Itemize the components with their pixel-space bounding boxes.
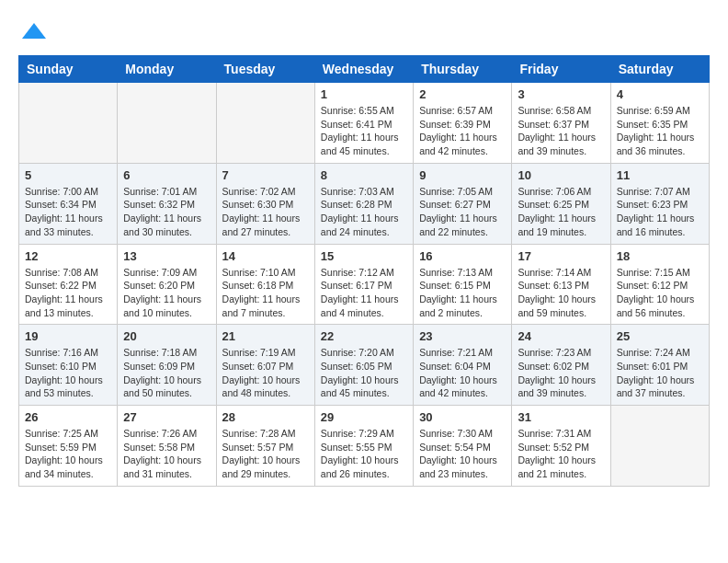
day-number: 10 [518,168,604,182]
calendar-cell: 16Sunrise: 7:13 AMSunset: 6:15 PMDayligh… [414,244,512,325]
calendar-cell: 10Sunrise: 7:06 AMSunset: 6:25 PMDayligh… [512,163,610,244]
calendar-cell: 14Sunrise: 7:10 AMSunset: 6:18 PMDayligh… [216,244,314,325]
day-number: 20 [123,329,210,343]
day-number: 12 [25,249,111,263]
day-info: Sunrise: 7:01 AMSunset: 6:32 PMDaylight:… [123,185,210,239]
day-number: 26 [25,410,111,424]
day-number: 7 [222,168,309,182]
day-info: Sunrise: 7:06 AMSunset: 6:25 PMDaylight:… [518,185,604,239]
weekday-header-saturday: Saturday [610,56,709,83]
calendar-cell: 26Sunrise: 7:25 AMSunset: 5:59 PMDayligh… [19,406,118,487]
day-info: Sunrise: 7:05 AMSunset: 6:27 PMDaylight:… [419,185,506,239]
calendar-cell: 21Sunrise: 7:19 AMSunset: 6:07 PMDayligh… [216,325,314,406]
calendar-cell: 29Sunrise: 7:29 AMSunset: 5:55 PMDayligh… [314,406,413,487]
day-number: 28 [222,410,309,424]
calendar-cell: 31Sunrise: 7:31 AMSunset: 5:52 PMDayligh… [512,406,610,487]
day-number: 22 [321,329,407,343]
day-info: Sunrise: 7:14 AMSunset: 6:13 PMDaylight:… [518,266,604,320]
calendar-cell: 25Sunrise: 7:24 AMSunset: 6:01 PMDayligh… [610,325,709,406]
day-number: 17 [518,249,604,263]
calendar-cell: 7Sunrise: 7:02 AMSunset: 6:30 PMDaylight… [216,163,314,244]
day-number: 19 [25,329,111,343]
logo [18,18,48,46]
calendar-cell: 30Sunrise: 7:30 AMSunset: 5:54 PMDayligh… [414,406,512,487]
day-number: 3 [518,87,604,101]
day-info: Sunrise: 7:20 AMSunset: 6:05 PMDaylight:… [321,346,407,400]
calendar-cell: 15Sunrise: 7:12 AMSunset: 6:17 PMDayligh… [314,244,413,325]
calendar-cell [19,83,118,164]
day-info: Sunrise: 7:10 AMSunset: 6:18 PMDaylight:… [222,266,309,320]
calendar-cell: 8Sunrise: 7:03 AMSunset: 6:28 PMDaylight… [314,163,413,244]
day-info: Sunrise: 7:23 AMSunset: 6:02 PMDaylight:… [518,346,604,400]
svg-marker-0 [22,23,46,39]
day-info: Sunrise: 7:12 AMSunset: 6:17 PMDaylight:… [321,266,407,320]
calendar-cell: 23Sunrise: 7:21 AMSunset: 6:04 PMDayligh… [414,325,512,406]
calendar-cell: 5Sunrise: 7:00 AMSunset: 6:34 PMDaylight… [19,163,118,244]
day-number: 13 [123,249,210,263]
logo-icon [20,18,48,46]
day-info: Sunrise: 7:28 AMSunset: 5:57 PMDaylight:… [222,427,309,481]
week-row-4: 19Sunrise: 7:16 AMSunset: 6:10 PMDayligh… [19,325,710,406]
day-info: Sunrise: 7:02 AMSunset: 6:30 PMDaylight:… [222,185,309,239]
weekday-header-wednesday: Wednesday [314,56,413,83]
day-info: Sunrise: 7:21 AMSunset: 6:04 PMDaylight:… [419,346,506,400]
calendar-cell: 6Sunrise: 7:01 AMSunset: 6:32 PMDaylight… [118,163,216,244]
calendar-cell: 4Sunrise: 6:59 AMSunset: 6:35 PMDaylight… [610,83,709,164]
calendar-cell: 13Sunrise: 7:09 AMSunset: 6:20 PMDayligh… [118,244,216,325]
calendar-cell: 20Sunrise: 7:18 AMSunset: 6:09 PMDayligh… [118,325,216,406]
day-number: 29 [321,410,407,424]
calendar-table: SundayMondayTuesdayWednesdayThursdayFrid… [18,55,710,487]
day-number: 24 [518,329,604,343]
day-number: 16 [419,249,506,263]
calendar-cell: 18Sunrise: 7:15 AMSunset: 6:12 PMDayligh… [610,244,709,325]
day-number: 15 [321,249,407,263]
calendar-cell: 27Sunrise: 7:26 AMSunset: 5:58 PMDayligh… [118,406,216,487]
day-info: Sunrise: 7:07 AMSunset: 6:23 PMDaylight:… [617,185,703,239]
page-header [18,18,710,46]
calendar-cell: 24Sunrise: 7:23 AMSunset: 6:02 PMDayligh… [512,325,610,406]
day-number: 21 [222,329,309,343]
day-info: Sunrise: 7:00 AMSunset: 6:34 PMDaylight:… [25,185,111,239]
week-row-1: 1Sunrise: 6:55 AMSunset: 6:41 PMDaylight… [19,83,710,164]
day-number: 18 [617,249,703,263]
day-number: 14 [222,249,309,263]
day-info: Sunrise: 6:59 AMSunset: 6:35 PMDaylight:… [617,104,703,158]
week-row-5: 26Sunrise: 7:25 AMSunset: 5:59 PMDayligh… [19,406,710,487]
calendar-cell: 9Sunrise: 7:05 AMSunset: 6:27 PMDaylight… [414,163,512,244]
day-info: Sunrise: 7:24 AMSunset: 6:01 PMDaylight:… [617,346,703,400]
week-row-2: 5Sunrise: 7:00 AMSunset: 6:34 PMDaylight… [19,163,710,244]
day-info: Sunrise: 7:26 AMSunset: 5:58 PMDaylight:… [123,427,210,481]
weekday-header-friday: Friday [512,56,610,83]
calendar-cell: 2Sunrise: 6:57 AMSunset: 6:39 PMDaylight… [414,83,512,164]
calendar-cell: 12Sunrise: 7:08 AMSunset: 6:22 PMDayligh… [19,244,118,325]
calendar-cell: 11Sunrise: 7:07 AMSunset: 6:23 PMDayligh… [610,163,709,244]
day-number: 23 [419,329,506,343]
day-info: Sunrise: 7:30 AMSunset: 5:54 PMDaylight:… [419,427,506,481]
calendar-cell: 19Sunrise: 7:16 AMSunset: 6:10 PMDayligh… [19,325,118,406]
weekday-header-sunday: Sunday [19,56,118,83]
day-info: Sunrise: 7:03 AMSunset: 6:28 PMDaylight:… [321,185,407,239]
day-info: Sunrise: 6:58 AMSunset: 6:37 PMDaylight:… [518,104,604,158]
day-info: Sunrise: 7:29 AMSunset: 5:55 PMDaylight:… [321,427,407,481]
calendar-cell: 17Sunrise: 7:14 AMSunset: 6:13 PMDayligh… [512,244,610,325]
calendar-cell: 22Sunrise: 7:20 AMSunset: 6:05 PMDayligh… [314,325,413,406]
day-info: Sunrise: 7:13 AMSunset: 6:15 PMDaylight:… [419,266,506,320]
calendar-cell [610,406,709,487]
day-info: Sunrise: 7:19 AMSunset: 6:07 PMDaylight:… [222,346,309,400]
day-number: 25 [617,329,703,343]
day-number: 11 [617,168,703,182]
day-number: 9 [419,168,506,182]
weekday-header-thursday: Thursday [414,56,512,83]
calendar-cell: 3Sunrise: 6:58 AMSunset: 6:37 PMDaylight… [512,83,610,164]
day-number: 1 [321,87,407,101]
calendar-cell [118,83,216,164]
day-info: Sunrise: 7:16 AMSunset: 6:10 PMDaylight:… [25,346,111,400]
weekday-header-monday: Monday [118,56,216,83]
calendar-cell: 1Sunrise: 6:55 AMSunset: 6:41 PMDaylight… [314,83,413,164]
day-number: 31 [518,410,604,424]
weekday-header-row: SundayMondayTuesdayWednesdayThursdayFrid… [19,56,710,83]
day-number: 30 [419,410,506,424]
calendar-cell [216,83,314,164]
day-info: Sunrise: 7:09 AMSunset: 6:20 PMDaylight:… [123,266,210,320]
day-number: 2 [419,87,506,101]
